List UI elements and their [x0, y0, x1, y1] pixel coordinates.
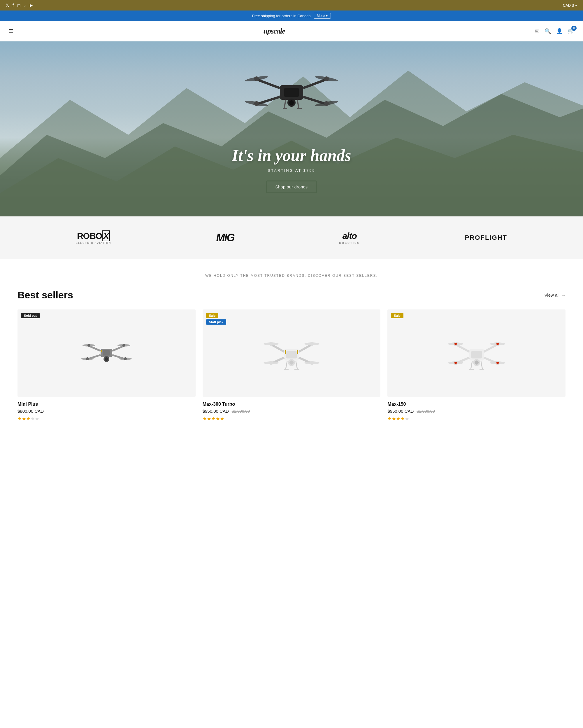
svg-point-80	[496, 362, 499, 364]
products-grid: Sold out	[18, 309, 565, 421]
product-rating: ★ ★ ★ ★ ★	[202, 416, 381, 421]
svg-line-20	[297, 100, 299, 108]
svg-point-78	[496, 343, 499, 345]
svg-point-15	[254, 101, 259, 106]
product-name: Max-300 Turbo	[202, 401, 381, 407]
svg-line-59	[296, 361, 297, 369]
svg-rect-41	[286, 351, 297, 359]
twitter-icon[interactable]: 𝕏	[6, 3, 9, 7]
svg-point-18	[289, 100, 294, 105]
svg-point-33	[87, 344, 90, 347]
top-bar: 𝕏 f ◻ ♪ ▶ CAD $ ▾	[0, 0, 583, 10]
svg-point-14	[324, 76, 329, 81]
brand-alto-sub: ROBOTICS	[339, 241, 360, 244]
product-card[interactable]: Sale	[387, 309, 565, 421]
hero-drone-image	[239, 59, 344, 123]
product-image-wrap: Sold out	[18, 309, 196, 397]
announcement-text: Free shipping for orders in Canada	[252, 14, 311, 18]
svg-rect-24	[103, 350, 110, 356]
svg-rect-63	[471, 351, 482, 359]
svg-point-57	[289, 361, 294, 365]
sale-badge: Sale	[206, 313, 219, 318]
section-title: Best sellers	[18, 289, 73, 301]
announcement-bar: Free shipping for orders in Canada More …	[0, 10, 583, 21]
facebook-icon[interactable]: f	[12, 3, 14, 7]
svg-point-52	[269, 361, 273, 365]
svg-point-53	[310, 361, 314, 365]
product-image	[447, 330, 506, 376]
svg-point-16	[324, 101, 329, 106]
best-sellers-section: Best sellers View all → Sold out	[0, 284, 583, 439]
svg-rect-39	[101, 350, 102, 352]
staff-pick-badge: Staff pick	[206, 319, 226, 324]
account-icon[interactable]: 👤	[556, 28, 563, 34]
svg-rect-55	[297, 350, 298, 354]
hero-content: It's in your hands STARTING AT $799 Shop…	[232, 146, 351, 193]
brand-alto[interactable]: alto ROBOTICS	[339, 231, 360, 244]
svg-line-64	[455, 344, 469, 352]
chevron-down-icon: ▾	[575, 3, 577, 7]
product-price: $950.00 CAD $1,090.00	[202, 409, 381, 414]
header: ☰ upscale ✉ 🔍 👤 🛒 0	[0, 21, 583, 42]
product-rating: ★ ★ ★ ★ ★	[387, 416, 565, 421]
product-price: $950.00 CAD $1,000.00	[387, 409, 565, 414]
arrow-right-icon: →	[561, 292, 565, 297]
tiktok-icon[interactable]: ♪	[24, 3, 26, 7]
svg-line-65	[484, 344, 498, 352]
brand-mig[interactable]: MIG	[216, 232, 234, 244]
currency-selector[interactable]: CAD $ ▾	[563, 3, 577, 7]
chevron-down-icon: ▾	[326, 14, 328, 18]
sale-badge: Sale	[391, 313, 404, 318]
svg-point-13	[254, 76, 259, 81]
cart-icon[interactable]: 🛒 0	[568, 28, 574, 34]
svg-line-25	[89, 346, 101, 351]
product-card[interactable]: Sold out	[18, 309, 196, 421]
product-price: $800.00 CAD	[18, 409, 196, 414]
product-image-wrap: Sale	[387, 309, 565, 397]
header-right: ✉ 🔍 👤 🛒 0	[535, 28, 574, 34]
product-rating: ★ ★ ★ ★ ★	[18, 416, 196, 421]
brand-robox[interactable]: ROBOX ELECTRIC AVIATION	[76, 231, 111, 244]
vimeo-icon[interactable]: ▶	[30, 3, 33, 7]
svg-line-83	[471, 361, 472, 369]
email-icon[interactable]: ✉	[535, 28, 539, 34]
brand-robox-sub: ELECTRIC AVIATION	[76, 241, 111, 244]
more-button[interactable]: More ▾	[314, 13, 331, 19]
brand-alto-name: alto	[342, 231, 357, 241]
svg-point-35	[86, 357, 89, 360]
menu-icon[interactable]: ☰	[9, 28, 13, 34]
svg-line-6	[303, 79, 327, 88]
product-name: Max-150	[387, 401, 565, 407]
svg-line-26	[112, 346, 124, 351]
section-header: Best sellers View all →	[18, 289, 565, 301]
logo[interactable]: upscale	[263, 27, 285, 35]
svg-point-34	[122, 344, 126, 347]
product-card[interactable]: Sale Staff pick	[202, 309, 381, 421]
svg-line-19	[284, 100, 286, 108]
shop-drones-button[interactable]: Shop our drones	[267, 181, 316, 193]
sold-out-badge: Sold out	[21, 313, 40, 318]
brand-proflight[interactable]: PROFLIGHT	[465, 234, 507, 241]
instagram-icon[interactable]: ◻	[17, 3, 21, 7]
hero-title: It's in your hands	[232, 146, 351, 165]
product-image	[262, 330, 321, 376]
view-all-link[interactable]: View all →	[545, 292, 565, 297]
svg-point-82	[475, 361, 479, 365]
svg-point-36	[124, 357, 127, 360]
hero-subtitle: STARTING AT $799	[232, 168, 351, 173]
svg-point-79	[454, 362, 457, 364]
svg-line-42	[271, 344, 284, 352]
social-links: 𝕏 f ◻ ♪ ▶	[6, 3, 33, 7]
svg-line-58	[286, 361, 287, 369]
svg-line-84	[481, 361, 482, 369]
svg-point-77	[454, 343, 457, 345]
svg-rect-54	[285, 350, 286, 354]
product-image-wrap: Sale Staff pick	[202, 309, 381, 397]
svg-line-43	[299, 344, 312, 352]
svg-point-50	[269, 342, 273, 346]
cart-badge: 0	[571, 26, 577, 31]
search-icon[interactable]: 🔍	[545, 28, 551, 34]
hero-section: It's in your hands STARTING AT $799 Shop…	[0, 42, 583, 216]
tagline: WE HOLD ONLY THE MOST TRUSTED BRANDS. DI…	[0, 259, 583, 284]
svg-point-38	[105, 357, 108, 361]
